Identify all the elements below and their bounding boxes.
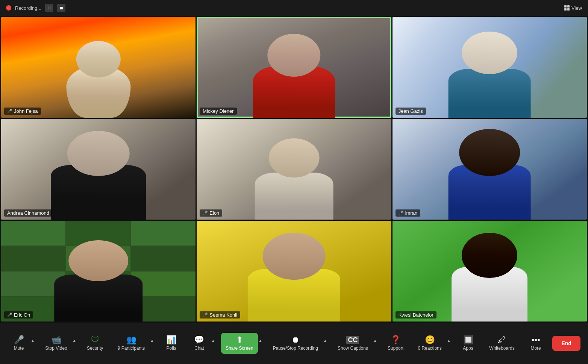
name-tag-andrea: Andrea Cinnamond	[4, 209, 52, 217]
chat-icon: 💬	[194, 336, 204, 344]
captions-chevron[interactable]: ▲	[373, 338, 378, 343]
name-tag-imran: 🎤 imran	[396, 209, 421, 217]
pause-record-button[interactable]: ⏺ Pause/Stop Recording	[268, 333, 323, 354]
apps-button[interactable]: 🔲 Apps	[457, 333, 479, 354]
share-screen-icon: ⬆	[236, 336, 243, 344]
participants-icon: 👥	[126, 336, 136, 344]
name-tag-mickey: Mickey Diener	[200, 108, 236, 115]
participants-button-wrap: 👥 9 Participants ▲	[113, 333, 155, 354]
polls-button-wrap: 📊 Polls	[160, 333, 183, 354]
support-label: Support	[388, 346, 403, 351]
stop-video-button-wrap: 📹 Stop Video ▲	[41, 333, 77, 354]
video-cell-jean[interactable]: Jean Gazis	[393, 17, 587, 118]
mute-label: Mute	[14, 346, 24, 351]
support-button[interactable]: ❓ Support	[383, 333, 408, 354]
participants-button[interactable]: 👥 9 Participants	[113, 333, 150, 354]
pause-record-chevron[interactable]: ▲	[323, 338, 328, 343]
recording-label: Recording...	[15, 5, 41, 11]
pause-record-icon: ⏺	[291, 336, 300, 344]
captions-label: Show Captions	[338, 346, 368, 351]
more-button-wrap: ••• More	[524, 333, 547, 354]
chat-button[interactable]: 💬 Chat	[188, 333, 211, 354]
stop-video-label: Stop Video	[45, 346, 67, 351]
name-tag-kwesi: Kwesi Batchelor	[396, 311, 436, 318]
pause-record-button-wrap: ⏺ Pause/Stop Recording ▲	[268, 333, 328, 354]
polls-icon: 📊	[166, 336, 176, 344]
captions-icon: CC	[346, 336, 359, 344]
video-cell-kwesi[interactable]: Kwesi Batchelor	[393, 221, 587, 322]
polls-label: Polls	[167, 346, 176, 351]
top-bar: Recording... ⏸ ⏹ View	[0, 0, 588, 16]
share-screen-button[interactable]: ⬆ Share Screen	[221, 333, 258, 354]
chat-label: Chat	[194, 346, 204, 351]
more-label: More	[530, 346, 541, 351]
video-cell-seema[interactable]: 🎤 Seema Kohli	[197, 221, 391, 322]
stop-video-button[interactable]: 📹 Stop Video	[41, 333, 72, 354]
reactions-button-wrap: 😊 0 Reactions ▲	[413, 333, 451, 354]
more-icon: •••	[532, 336, 540, 344]
mic-muted-icon-eric: 🎤	[7, 312, 12, 317]
whiteboards-label: Whiteboards	[489, 346, 514, 351]
top-bar-left: Recording... ⏸ ⏹	[6, 4, 65, 12]
stop-video-icon: 📹	[51, 336, 61, 344]
video-cell-mickey[interactable]: Mickey Diener	[197, 17, 391, 118]
mic-muted-icon-elon: 🎤	[203, 211, 208, 215]
toolbar: 🎤 Mute ▲ 📹 Stop Video ▲ 🛡 Security 👥 9 P…	[0, 323, 588, 364]
view-button[interactable]: View	[564, 5, 582, 11]
reactions-icon: 😊	[425, 336, 435, 344]
apps-button-wrap: 🔲 Apps	[457, 333, 479, 354]
video-cell-eric[interactable]: 🎤 Eric Oh	[1, 221, 195, 322]
video-cell-andrea[interactable]: Andrea Cinnamond	[1, 119, 195, 220]
mic-muted-icon-imran: 🎤	[399, 211, 404, 215]
name-tag-jean: Jean Gazis	[396, 108, 426, 115]
support-button-wrap: ❓ Support	[383, 333, 408, 354]
reactions-button[interactable]: 😊 0 Reactions	[413, 333, 446, 354]
name-tag-john: 🎤 John Fejsa	[4, 108, 41, 115]
mute-icon: 🎤	[14, 336, 24, 344]
grid-view-icon	[564, 5, 570, 11]
video-cell-john[interactable]: 🎤 John Fejsa	[1, 17, 195, 118]
share-screen-button-wrap: ⬆ Share Screen ▲	[221, 333, 263, 354]
pause-record-label: Pause/Stop Recording	[273, 346, 318, 351]
video-cell-elon[interactable]: 🎤 Elon	[197, 119, 391, 220]
stop-recording-button[interactable]: ⏹	[57, 4, 65, 12]
video-cell-imran[interactable]: 🎤 imran	[393, 119, 587, 220]
polls-button[interactable]: 📊 Polls	[160, 333, 183, 354]
top-bar-right: View	[564, 5, 582, 11]
mic-muted-icon-john: 🎤	[7, 109, 12, 114]
name-tag-seema: 🎤 Seema Kohli	[200, 311, 240, 318]
participants-label: 9 Participants	[118, 346, 145, 351]
whiteboards-button[interactable]: 🖊 Whiteboards	[485, 333, 519, 354]
chat-chevron[interactable]: ▲	[211, 338, 216, 343]
pause-recording-button[interactable]: ⏸	[45, 4, 53, 12]
share-screen-label: Share Screen	[226, 346, 253, 351]
stop-video-chevron[interactable]: ▲	[72, 338, 77, 343]
support-icon: ❓	[391, 336, 401, 344]
share-screen-chevron[interactable]: ▲	[258, 338, 263, 343]
whiteboards-icon: 🖊	[498, 336, 506, 344]
captions-button[interactable]: CC Show Captions	[333, 333, 373, 354]
apps-label: Apps	[463, 346, 473, 351]
security-label: Security	[87, 346, 103, 351]
security-button[interactable]: 🛡 Security	[82, 333, 108, 354]
end-button[interactable]: End	[552, 336, 580, 351]
reactions-label: 0 Reactions	[418, 346, 441, 351]
mute-button-wrap: 🎤 Mute ▲	[8, 333, 35, 354]
mic-muted-icon-seema: 🎤	[203, 312, 208, 317]
recording-indicator	[6, 5, 11, 11]
video-grid: 🎤 John Fejsa Mickey Diener Jean Gazis	[0, 16, 588, 323]
reactions-chevron[interactable]: ▲	[446, 338, 452, 343]
mute-chevron[interactable]: ▲	[30, 338, 35, 343]
whiteboards-button-wrap: 🖊 Whiteboards	[485, 333, 519, 354]
security-icon: 🛡	[91, 336, 99, 344]
name-tag-elon: 🎤 Elon	[200, 209, 222, 217]
captions-button-wrap: CC Show Captions ▲	[333, 333, 378, 354]
mute-button[interactable]: 🎤 Mute	[8, 333, 30, 354]
chat-button-wrap: 💬 Chat ▲	[188, 333, 216, 354]
security-button-wrap: 🛡 Security	[82, 333, 108, 354]
participants-chevron[interactable]: ▲	[149, 338, 155, 343]
apps-icon: 🔲	[463, 336, 473, 344]
name-tag-eric: 🎤 Eric Oh	[4, 311, 33, 318]
more-button[interactable]: ••• More	[524, 333, 547, 354]
